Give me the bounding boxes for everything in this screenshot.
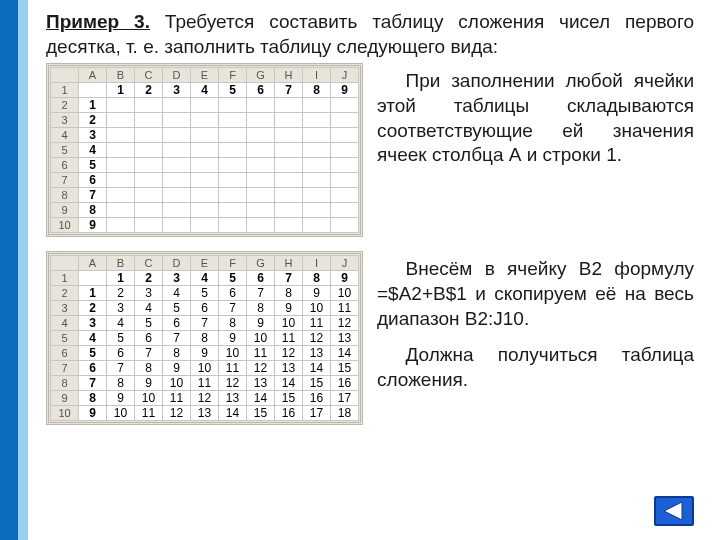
cell [303, 218, 331, 233]
cell: 6 [191, 301, 219, 316]
cell: 12 [219, 376, 247, 391]
cell: 3 [79, 128, 107, 143]
cell: 7 [135, 346, 163, 361]
col-header: B [107, 68, 135, 83]
cell [107, 158, 135, 173]
cell: 16 [303, 391, 331, 406]
cell: 8 [79, 203, 107, 218]
cell [163, 203, 191, 218]
cell: 4 [163, 286, 191, 301]
cell [275, 98, 303, 113]
spreadsheet-filled-wrap: ABCDEFGHIJ112345678921234567891032345678… [46, 251, 363, 425]
cell [331, 98, 359, 113]
cell [191, 143, 219, 158]
row-header: 9 [51, 203, 79, 218]
cell: 9 [303, 286, 331, 301]
nav-back-button[interactable] [654, 496, 694, 526]
cell [247, 128, 275, 143]
cell [247, 218, 275, 233]
cell [219, 98, 247, 113]
cell: 10 [303, 301, 331, 316]
cell [191, 173, 219, 188]
cell [247, 203, 275, 218]
cell [303, 173, 331, 188]
cell: 18 [331, 406, 359, 421]
cell: 9 [107, 391, 135, 406]
cell: 9 [247, 316, 275, 331]
cell [219, 188, 247, 203]
cell: 12 [275, 346, 303, 361]
cell: 3 [163, 271, 191, 286]
cell: 2 [79, 113, 107, 128]
col-header: J [331, 256, 359, 271]
cell: 15 [275, 391, 303, 406]
page-content: Пример 3. Требуется составить таблицу сл… [28, 0, 720, 540]
cell [107, 188, 135, 203]
cell [275, 203, 303, 218]
cell: 7 [275, 83, 303, 98]
cell [107, 143, 135, 158]
cell: 6 [219, 286, 247, 301]
cell [331, 203, 359, 218]
row-header: 3 [51, 113, 79, 128]
cell [163, 173, 191, 188]
text-col-1: При заполнении любой ячейки этой таблицы… [377, 63, 694, 237]
cell: 14 [331, 346, 359, 361]
col-header: A [79, 68, 107, 83]
cell: 8 [303, 83, 331, 98]
col-header: A [79, 256, 107, 271]
svg-marker-0 [664, 502, 682, 520]
cell [303, 203, 331, 218]
cell: 1 [107, 271, 135, 286]
cell: 8 [135, 361, 163, 376]
cell: 9 [331, 83, 359, 98]
cell: 7 [79, 188, 107, 203]
cell: 8 [163, 346, 191, 361]
cell [331, 128, 359, 143]
col-header: I [303, 256, 331, 271]
sheet-corner [51, 68, 79, 83]
paragraph-3: Должна получиться таблица сложения. [377, 343, 694, 392]
cell [135, 143, 163, 158]
cell: 10 [163, 376, 191, 391]
cell: 14 [303, 361, 331, 376]
cell: 2 [135, 83, 163, 98]
row-header: 7 [51, 173, 79, 188]
cell: 10 [107, 406, 135, 421]
row-header: 4 [51, 316, 79, 331]
cell: 10 [331, 286, 359, 301]
cell [163, 188, 191, 203]
cell: 5 [135, 316, 163, 331]
cell [275, 143, 303, 158]
cell [163, 143, 191, 158]
cell: 17 [331, 391, 359, 406]
cell [331, 188, 359, 203]
cell [303, 188, 331, 203]
cell [135, 113, 163, 128]
row-header: 10 [51, 218, 79, 233]
col-header: F [219, 68, 247, 83]
cell: 8 [275, 286, 303, 301]
cell [107, 218, 135, 233]
row-header: 4 [51, 128, 79, 143]
cell [219, 218, 247, 233]
cell: 9 [219, 331, 247, 346]
cell: 3 [135, 286, 163, 301]
paragraph-2: Внесём в ячейку В2 формулу =$A2+B$1 и ск… [377, 257, 694, 331]
cell [219, 158, 247, 173]
cell [247, 173, 275, 188]
cell [135, 218, 163, 233]
col-header: H [275, 68, 303, 83]
cell: 14 [247, 391, 275, 406]
col-header: D [163, 68, 191, 83]
cell: 10 [219, 346, 247, 361]
cell: 12 [191, 391, 219, 406]
cell: 8 [107, 376, 135, 391]
cell: 15 [303, 376, 331, 391]
cell: 8 [303, 271, 331, 286]
triangle-left-icon [656, 498, 692, 524]
cell [247, 188, 275, 203]
cell [247, 143, 275, 158]
cell: 4 [135, 301, 163, 316]
cell [219, 203, 247, 218]
